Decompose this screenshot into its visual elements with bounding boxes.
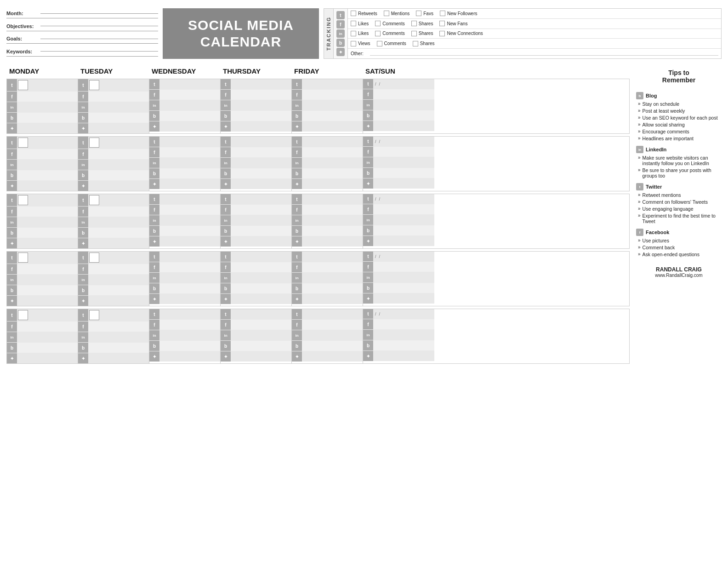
header-wednesday: WEDNESDAY [149, 65, 220, 77]
tip-text: Retweet mentions [643, 192, 681, 198]
twitter-icon: t [292, 309, 302, 319]
week-4: t f in b ✦ t f in b ✦ t [6, 251, 630, 306]
tracking-blogger-icon: b [336, 39, 345, 47]
week-3: t f in b ✦ t f in b ✦ t [6, 194, 630, 249]
week2-thursday: t f in b ✦ [221, 137, 292, 191]
blogger-icon: b [363, 340, 373, 350]
fb-likes-checkbox[interactable] [351, 21, 356, 26]
tips-section-blog: b Blog » Stay on schedule » Post at leas… [636, 92, 722, 141]
twitter-label: Twitter [646, 184, 662, 190]
author-section: RANDALL CRAIG www.RandallCraig.com [636, 266, 722, 278]
week2-tuesday: t f in b ✦ [78, 137, 149, 191]
week-2: t f in b ✦ t f in b ✦ t [6, 136, 630, 191]
rss-icon: ✦ [7, 181, 17, 191]
retweets-checkbox[interactable] [351, 11, 356, 16]
facebook-icon: f [292, 147, 302, 157]
views-checkbox[interactable] [351, 41, 356, 46]
tip-item: » Use engaging language [636, 206, 722, 212]
week3-thursday: t f in b ✦ [221, 194, 292, 248]
date-box[interactable] [89, 138, 99, 148]
blogger-icon: b [221, 341, 231, 351]
new-fans-checkbox[interactable] [439, 21, 445, 26]
tip-item: » Use an SEO keyword for each post [636, 115, 722, 121]
twitter-icon: t [78, 79, 88, 91]
w1-wed-facebook: f [149, 90, 220, 100]
tracking-row-linkedin: Likes Comments Shares New Connections [348, 29, 721, 39]
week2-satsum: t// f in b ✦ [363, 137, 434, 191]
rss-icon: ✦ [292, 294, 302, 304]
rss-icon: ✦ [78, 353, 88, 363]
linkedin-icon: in [292, 330, 302, 340]
twitter-icon: t [149, 79, 159, 89]
fb-comments-checkbox[interactable] [375, 21, 381, 26]
tips-section-twitter: t Twitter » Retweet mentions » Comment o… [636, 183, 722, 224]
linkedin-icon: in [636, 146, 643, 153]
blogger-icon: b [78, 285, 88, 295]
top-section: Month: Objectives: Goals: Keywords: SOCI… [6, 8, 722, 59]
twitter-icon: t [149, 309, 159, 319]
new-connections-checkbox[interactable] [439, 31, 445, 36]
li-shares-label: Shares [419, 31, 433, 36]
date-box[interactable] [18, 310, 28, 320]
rss-icon: ✦ [292, 236, 302, 247]
facebook-icon: f [636, 229, 643, 236]
tracking-grid: Retweets Mentions Favs New Followers [348, 8, 722, 59]
date-box[interactable] [89, 253, 99, 263]
w1-sat-facebook: f [363, 89, 434, 100]
author-name: RANDALL CRAIG [636, 266, 722, 273]
week5-thursday: t f in b ✦ [221, 309, 292, 363]
blogger-icon: b [292, 111, 302, 121]
facebook-icon: f [363, 262, 373, 272]
week3-monday: t f in b ✦ [7, 194, 78, 248]
date-box[interactable] [89, 310, 99, 320]
new-followers-checkbox[interactable] [440, 11, 445, 16]
blog-comments-checkbox[interactable] [377, 41, 382, 46]
fb-shares-label: Shares [419, 21, 433, 26]
blog-shares-checkbox[interactable] [413, 41, 418, 46]
tracking-section: TRACKING t f in b ✦ Retweets [324, 8, 722, 59]
rss-icon: ✦ [78, 123, 88, 133]
rss-icon: ✦ [363, 351, 373, 361]
facebook-icon: f [78, 322, 88, 332]
twitter-icon: t [221, 79, 231, 89]
tracking-label: TRACKING [324, 8, 334, 59]
twitter-icon: t [78, 137, 88, 149]
li-shares-checkbox[interactable] [411, 31, 417, 36]
tip-item: » Allow social sharing [636, 122, 722, 127]
li-likes-checkbox[interactable] [351, 31, 356, 36]
tip-item: » Ask open-ended questions [636, 252, 722, 257]
date-box[interactable] [89, 195, 99, 205]
rss-icon: ✦ [292, 121, 302, 132]
linkedin-icon: in [78, 275, 88, 285]
w1-fri-twitter: t [292, 79, 363, 90]
blog-shares-label: Shares [420, 41, 435, 46]
favs-checkbox[interactable] [416, 11, 421, 16]
w1-sat-blogger: b [363, 110, 434, 121]
rss-icon: ✦ [292, 351, 302, 362]
rss-icon: ✦ [7, 353, 17, 363]
objectives-label: Objectives: [6, 23, 39, 29]
month-label: Month: [6, 11, 39, 16]
date-box[interactable] [18, 80, 28, 90]
facebook-icon: f [78, 207, 88, 217]
mentions-checkbox[interactable] [384, 11, 389, 16]
calendar-main: MONDAY TUESDAY WEDNESDAY THURSDAY FRIDAY… [6, 65, 630, 365]
linkedin-icon: in [7, 275, 17, 285]
rss-icon: ✦ [149, 236, 159, 247]
linkedin-icon: in [7, 332, 17, 342]
facebook-icon: f [221, 320, 231, 330]
twitter-icon: t [149, 252, 159, 262]
date-box[interactable] [18, 138, 28, 148]
rss-icon: ✦ [292, 179, 302, 189]
li-comments-checkbox[interactable] [375, 31, 381, 36]
week1-tuesday: t f in [78, 79, 149, 133]
date-box[interactable] [18, 253, 28, 263]
header-monday: MONDAY [6, 65, 78, 77]
header-satsum: SAT/SUN [363, 65, 434, 77]
rss-icon: ✦ [7, 123, 17, 133]
tracking-twitter-icon: t [336, 11, 345, 19]
date-box[interactable] [18, 195, 28, 205]
weeks-container: t f in [6, 79, 630, 365]
fb-shares-checkbox[interactable] [411, 21, 417, 26]
date-box[interactable] [89, 80, 99, 90]
